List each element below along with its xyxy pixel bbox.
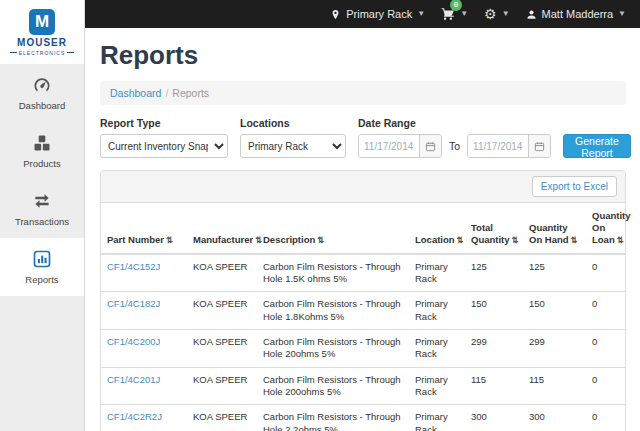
cell-loc: Primary Rack [409,405,465,431]
reports-bar-chart-icon [32,249,52,269]
cell-desc: Carbon Film Resistors - Through Hole 200… [257,367,409,405]
table-row: CF1/4C2R2JKOA SPEERCarbon Film Resistors… [101,405,625,431]
column-label: Quantity On Loan [592,210,631,245]
sidebar-item-label: Products [23,158,61,169]
breadcrumb-current: Reports [172,87,209,99]
sidebar-item-dashboard[interactable]: Dashboard [0,64,84,122]
gear-icon: ⚙ [484,7,497,21]
table-row: CF1/4C182JKOA SPEERCarbon Film Resistors… [101,292,625,330]
breadcrumb-dashboard-link[interactable]: Dashboard [110,87,161,99]
caret-down-icon: ▼ [460,10,468,18]
cell-mfr: KOA SPEER [187,254,257,292]
report-type-select[interactable]: Current Inventory Snapshot [100,134,228,158]
breadcrumb-separator: / [165,87,168,99]
panel-header: Export to Excel [101,171,625,203]
cell-total: 125 [465,254,523,292]
cell-loc: Primary Rack [409,292,465,330]
settings-menu[interactable]: ⚙ ▼ [484,7,509,21]
column-label: Location [415,234,455,245]
part-number-link[interactable]: CF1/4C200J [107,336,160,347]
cell-desc: Carbon Film Resistors - Through Hole 20o… [257,330,409,368]
export-to-excel-button[interactable]: Export to Excel [532,176,617,197]
sidebar-item-label: Transactions [15,216,69,227]
main-content: Reports Dashboard/Reports Report Type Cu… [86,28,640,431]
logo-name: MOUSER [17,37,67,48]
report-filters: Report Type Current Inventory Snapshot L… [100,117,626,158]
date-to-input[interactable] [468,135,528,157]
column-header-part-number[interactable]: Part Number⇅ [101,203,187,254]
cell-on-hand: 299 [523,330,586,368]
user-name-label: Matt Madderra [542,8,614,20]
report-panel: Export to Excel Part Number⇅Manufacturer… [100,170,626,431]
report-table-body: CF1/4C152JKOA SPEERCarbon Film Resistors… [101,254,625,431]
date-from-input[interactable] [359,135,419,157]
cell-total: 300 [465,405,523,431]
column-header-description[interactable]: Description⇅ [257,203,409,254]
column-header-manufacturer[interactable]: Manufacturer⇅ [187,203,257,254]
date-from-group [358,134,442,158]
cell-part-number: CF1/4C201J [101,367,187,405]
part-number-link[interactable]: CF1/4C152J [107,261,160,272]
sort-icon: ⇅ [317,235,324,245]
transactions-arrows-icon [32,191,52,211]
cell-on-hand: 115 [523,367,586,405]
sidebar-item-label: Reports [25,274,58,285]
column-header-total-quantity[interactable]: Total Quantity⇅ [465,203,523,254]
part-number-link[interactable]: CF1/4C2R2J [107,411,162,422]
cell-on-hand: 125 [523,254,586,292]
cell-mfr: KOA SPEER [187,367,257,405]
table-row: CF1/4C201JKOA SPEERCarbon Film Resistors… [101,367,625,405]
sidebar-item-products[interactable]: Products [0,122,84,180]
cart-menu[interactable]: 0 ▼ [441,7,468,21]
cell-loc: Primary Rack [409,367,465,405]
column-label: Manufacturer [193,234,253,245]
cell-on-hand: 300 [523,405,586,431]
sidebar-item-reports[interactable]: Reports [0,238,84,296]
sort-icon: ⇅ [255,235,262,245]
cell-on-loan: 0 [586,405,625,431]
part-number-link[interactable]: CF1/4C182J [107,298,160,309]
cell-part-number: CF1/4C152J [101,254,187,292]
cell-part-number: CF1/4C182J [101,292,187,330]
cell-desc: Carbon Film Resistors - Through Hole 1.5… [257,254,409,292]
breadcrumb: Dashboard/Reports [100,81,626,105]
calendar-icon[interactable] [528,135,550,157]
sort-icon: ⇅ [166,235,173,245]
cell-part-number: CF1/4C200J [101,330,187,368]
sidebar-item-label: Dashboard [19,100,65,111]
cell-total: 115 [465,367,523,405]
part-number-link[interactable]: CF1/4C201J [107,374,160,385]
sidebar-item-transactions[interactable]: Transactions [0,180,84,238]
mouser-logo[interactable]: M MOUSER ELECTRONICS [0,0,84,64]
locations-select[interactable]: Primary Rack [240,134,346,158]
cell-part-number: CF1/4C2R2J [101,405,187,431]
generate-report-button[interactable]: Generate Report [563,134,631,158]
sort-icon: ⇅ [512,235,519,245]
table-row: CF1/4C200JKOA SPEERCarbon Film Resistors… [101,330,625,368]
cell-on-hand: 150 [523,292,586,330]
report-table: Part Number⇅Manufacturer⇅Description⇅Loc… [101,203,625,431]
column-label: Quantity On Hand [529,222,569,245]
products-boxes-icon [32,133,52,153]
column-header-quantity-on-loan[interactable]: Quantity On Loan⇅ [586,203,625,254]
logo-m-tile: M [29,9,55,35]
cell-mfr: KOA SPEER [187,292,257,330]
user-icon [526,9,537,20]
user-menu[interactable]: Matt Madderra ▼ [526,8,626,20]
cell-total: 150 [465,292,523,330]
cell-desc: Carbon Film Resistors - Through Hole 1.8… [257,292,409,330]
cell-desc: Carbon Film Resistors - Through Hole 2.2… [257,405,409,431]
report-type-label: Report Type [100,117,228,129]
date-to-group [467,134,551,158]
sidebar: M MOUSER ELECTRONICS Dashboard Products … [0,0,85,431]
column-label: Total Quantity [471,222,510,245]
calendar-icon[interactable] [419,135,441,157]
logo-subtitle: ELECTRONICS [10,50,75,56]
caret-down-icon: ▼ [417,10,425,18]
location-selector[interactable]: Primary Rack ▼ [330,8,425,20]
column-header-location[interactable]: Location⇅ [409,203,465,254]
column-header-quantity-on-hand[interactable]: Quantity On Hand⇅ [523,203,586,254]
topbar: Primary Rack ▼ 0 ▼ ⚙ ▼ Matt Madderra ▼ [85,0,640,28]
caret-down-icon: ▼ [502,10,510,18]
report-table-header-row: Part Number⇅Manufacturer⇅Description⇅Loc… [101,203,625,254]
